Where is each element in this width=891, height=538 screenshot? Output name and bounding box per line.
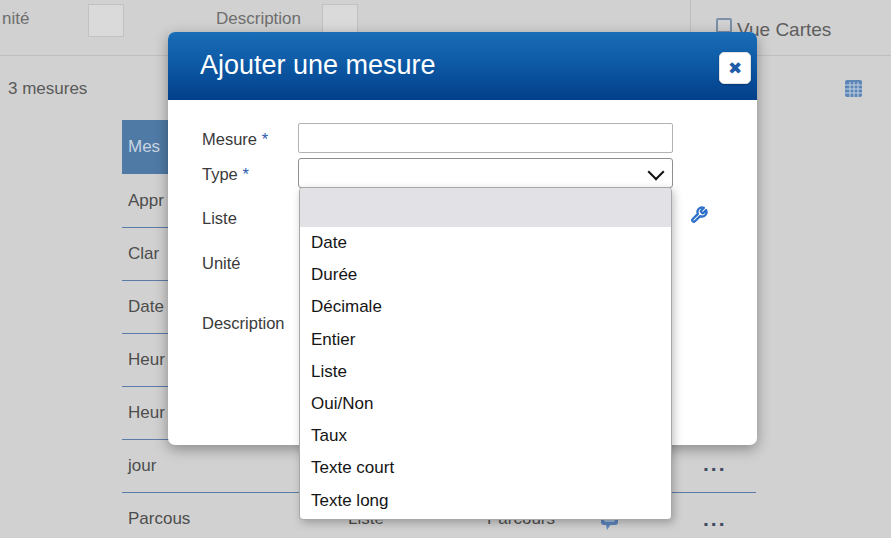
filter-unite-input[interactable] — [88, 4, 124, 37]
table-row[interactable]: Heur — [128, 403, 165, 423]
unite-label: Unité — [202, 254, 241, 273]
dropdown-option[interactable]: Décimale — [300, 291, 671, 323]
dropdown-option[interactable]: Texte court — [300, 452, 671, 484]
dropdown-option[interactable] — [300, 188, 671, 227]
type-select[interactable] — [298, 158, 673, 188]
description-label: Description — [202, 314, 285, 333]
measures-count: 3 mesures — [8, 79, 87, 99]
wrench-icon[interactable] — [690, 206, 708, 224]
row-label: Mes — [128, 137, 160, 157]
dropdown-option[interactable]: Oui/Non — [300, 388, 671, 420]
table-row[interactable]: Date — [128, 297, 164, 317]
table-row[interactable]: Appr — [128, 191, 164, 211]
liste-label: Liste — [202, 209, 237, 228]
filter-description-label: Description — [216, 9, 301, 29]
type-label: Type * — [202, 165, 249, 184]
dropdown-option[interactable]: Texte long — [300, 485, 671, 517]
cards-view-icon — [716, 18, 732, 33]
table-row[interactable]: Parcous — [128, 509, 190, 529]
mesure-label: Mesure * — [202, 130, 268, 149]
row-actions-button[interactable]: ... — [703, 508, 727, 529]
close-icon: ✖ — [728, 60, 742, 77]
required-marker: * — [242, 165, 248, 183]
app-window: nité Description Vue Cartes 3 mesures Me… — [0, 0, 891, 538]
dialog-title: Ajouter une mesure — [200, 50, 436, 81]
dropdown-option[interactable]: Liste — [300, 356, 671, 388]
close-button[interactable]: ✖ — [719, 52, 751, 84]
dropdown-option[interactable]: Date — [300, 227, 671, 259]
table-row[interactable]: jour — [128, 456, 156, 476]
filter-unite-label: nité — [2, 9, 29, 29]
dropdown-option[interactable]: Entier — [300, 324, 671, 356]
dropdown-option[interactable]: Taux — [300, 420, 671, 452]
required-marker: * — [262, 130, 268, 148]
table-row[interactable]: Clar — [128, 244, 159, 264]
row-actions-button[interactable]: ... — [703, 453, 727, 474]
mesure-input[interactable] — [298, 123, 673, 153]
type-dropdown-list: Date Durée Décimale Entier Liste Oui/Non… — [299, 187, 672, 520]
table-row[interactable]: Heur — [128, 350, 165, 370]
grid-view-icon[interactable] — [845, 80, 862, 97]
dropdown-option[interactable]: Durée — [300, 259, 671, 291]
